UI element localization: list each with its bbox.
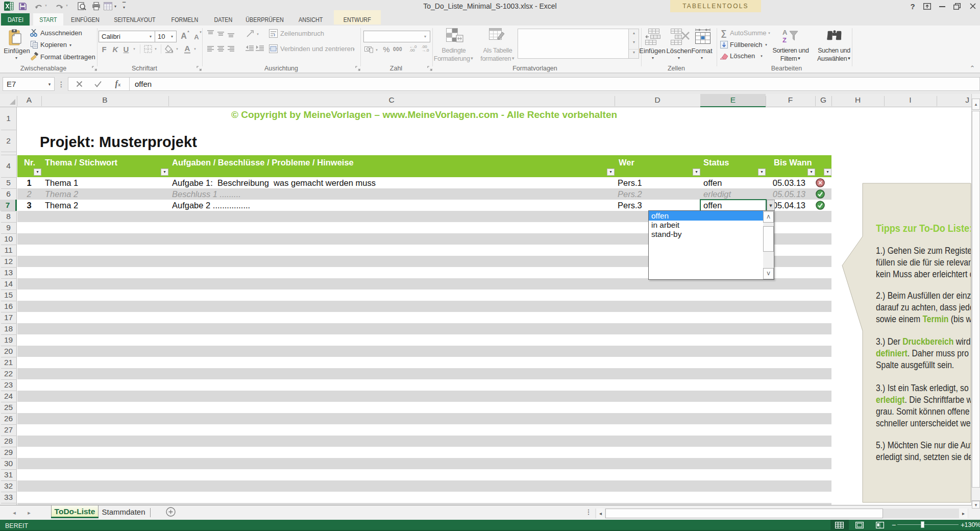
svg-text:A: A	[782, 29, 788, 36]
svg-text:Z: Z	[782, 36, 787, 43]
